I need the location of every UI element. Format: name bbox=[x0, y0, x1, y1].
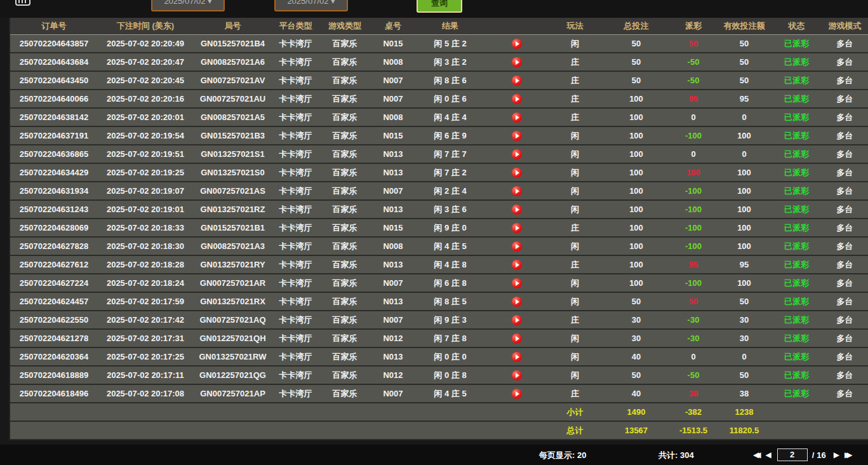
next-page-button[interactable]: ▶ bbox=[831, 447, 842, 462]
cell-total-bet: 30 bbox=[601, 334, 671, 343]
cell-round-id: GN007257021AP bbox=[193, 389, 272, 398]
cell-table-no: N007 bbox=[371, 76, 415, 85]
replay-play-icon[interactable] bbox=[512, 297, 522, 307]
cell-bet-time: 2025-07-02 20:17:08 bbox=[98, 389, 193, 398]
cell-game-type: 百家乐 bbox=[319, 370, 371, 381]
cell-replay bbox=[485, 351, 549, 362]
cell-valid-bet: 100 bbox=[716, 168, 773, 177]
cell-round-id: GN015257021B1 bbox=[193, 223, 272, 232]
table-row: 2507022046436842025-07-02 20:20:47GN0082… bbox=[10, 53, 868, 72]
date-to-button[interactable]: 2025/07/02 ▾ bbox=[274, 0, 348, 11]
cell-platform: 卡卡湾厅 bbox=[272, 388, 319, 400]
cell-bet-side: 庄 bbox=[549, 57, 601, 68]
replay-play-icon[interactable] bbox=[512, 94, 522, 104]
cell-bet-time: 2025-07-02 20:20:49 bbox=[98, 39, 193, 48]
replay-play-icon[interactable] bbox=[512, 223, 522, 233]
cell-replay bbox=[485, 204, 549, 215]
cell-platform: 卡卡湾厅 bbox=[272, 130, 319, 142]
cell-payout: 50 bbox=[671, 39, 716, 48]
cell-replay bbox=[485, 241, 549, 252]
cell-valid-bet: 95 bbox=[716, 94, 773, 104]
cell-valid-bet: 100 bbox=[716, 205, 773, 214]
cell-game-type: 百家乐 bbox=[319, 38, 371, 50]
cell-game-mode: 多台 bbox=[820, 333, 868, 344]
replay-play-icon[interactable] bbox=[512, 39, 522, 49]
replay-play-icon[interactable] bbox=[512, 186, 522, 196]
cell-status: 已派彩 bbox=[773, 314, 820, 326]
prev-page-button[interactable]: ◀ bbox=[763, 447, 773, 462]
first-page-button[interactable]: ◀◀ bbox=[751, 447, 763, 462]
cell-result: 闲 9 庄 3 bbox=[415, 314, 485, 326]
cell-valid-bet: 50 bbox=[716, 297, 773, 306]
cell-game-mode: 多台 bbox=[820, 38, 868, 50]
cell-bet-time: 2025-07-02 20:17:25 bbox=[98, 352, 193, 361]
cell-bet-side: 庄 bbox=[549, 75, 601, 86]
cell-game-type: 百家乐 bbox=[319, 241, 371, 252]
cell-order-no: 250702204631243 bbox=[10, 205, 98, 214]
cell-status: 已派彩 bbox=[773, 57, 820, 68]
cell-result: 闲 3 庄 6 bbox=[415, 204, 485, 215]
search-button[interactable]: 查询 bbox=[417, 0, 462, 13]
cell-game-type: 百家乐 bbox=[319, 93, 371, 105]
cell-game-mode: 多台 bbox=[820, 130, 868, 142]
cell-result: 闲 8 庄 5 bbox=[415, 296, 485, 307]
cell-replay bbox=[485, 130, 549, 141]
replay-play-icon[interactable] bbox=[512, 149, 522, 159]
cell-total-bet: 50 bbox=[601, 57, 671, 67]
cell-bet-time: 2025-07-02 20:18:30 bbox=[98, 241, 193, 251]
cell-replay bbox=[485, 259, 549, 270]
cell-order-no: 250702204643857 bbox=[10, 39, 98, 48]
page-input[interactable]: 2 bbox=[777, 448, 808, 461]
replay-play-icon[interactable] bbox=[512, 112, 522, 123]
cell-platform: 卡卡湾厅 bbox=[272, 204, 319, 215]
replay-play-icon[interactable] bbox=[512, 57, 522, 67]
cell-valid-bet: 50 bbox=[716, 370, 773, 380]
replay-play-icon[interactable] bbox=[512, 370, 522, 381]
cell-bet-side: 庄 bbox=[549, 388, 601, 400]
replay-play-icon[interactable] bbox=[512, 131, 522, 141]
cell-payout: -100 bbox=[671, 241, 716, 251]
cell-replay bbox=[485, 93, 549, 104]
cell-result: 闲 9 庄 0 bbox=[415, 222, 485, 234]
cell-platform: 卡卡湾厅 bbox=[272, 259, 319, 271]
col-bet-side: 玩法 bbox=[549, 20, 601, 32]
replay-play-icon[interactable] bbox=[512, 260, 522, 270]
cell-game-mode: 多台 bbox=[820, 185, 868, 197]
cell-bet-side: 闲 bbox=[549, 296, 601, 307]
table-row: 2507022046272242025-07-02 20:18:24GN0072… bbox=[10, 274, 868, 293]
cell-bet-side: 闲 bbox=[549, 351, 601, 363]
replay-play-icon[interactable] bbox=[512, 278, 522, 288]
cell-game-type: 百家乐 bbox=[319, 204, 371, 215]
replay-play-icon[interactable] bbox=[512, 241, 522, 252]
last-page-button[interactable]: ▶▶ bbox=[842, 447, 854, 462]
replay-play-icon[interactable] bbox=[512, 389, 522, 399]
cell-bet-side: 闲 bbox=[549, 204, 601, 215]
cell-payout: -100 bbox=[671, 205, 716, 214]
date-from-button[interactable]: 2025/07/02 ▾ bbox=[151, 0, 225, 11]
cell-platform: 卡卡湾厅 bbox=[272, 314, 319, 326]
table-row: 2507022046400662025-07-02 20:20:16GN0072… bbox=[10, 90, 868, 109]
cell-game-mode: 多台 bbox=[820, 204, 868, 215]
col-valid-bet: 有效投注额 bbox=[716, 20, 773, 32]
total-pages-label: 16 bbox=[817, 450, 825, 460]
cell-table-no: N015 bbox=[371, 39, 415, 48]
total-row: 总计 13567 -1513.5 11820.5 bbox=[10, 422, 868, 440]
replay-play-icon[interactable] bbox=[512, 76, 522, 86]
replay-play-icon[interactable] bbox=[512, 315, 522, 325]
cell-bet-side: 庄 bbox=[549, 222, 601, 234]
cell-payout: -50 bbox=[671, 76, 716, 85]
cell-payout: -50 bbox=[671, 57, 716, 67]
replay-play-icon[interactable] bbox=[512, 168, 522, 178]
replay-play-icon[interactable] bbox=[512, 352, 522, 362]
col-order-no: 订单号 bbox=[10, 20, 98, 32]
cell-table-no: N007 bbox=[371, 278, 415, 288]
cell-order-no: 250702204637191 bbox=[10, 131, 98, 140]
cell-platform: 卡卡湾厅 bbox=[272, 370, 319, 381]
calendar-icon[interactable] bbox=[15, 0, 30, 6]
cell-total-bet: 40 bbox=[601, 352, 671, 361]
cell-total-bet: 50 bbox=[601, 370, 671, 380]
cell-total-bet: 100 bbox=[601, 131, 671, 140]
subtotal-total-bet: 1490 bbox=[601, 407, 671, 417]
replay-play-icon[interactable] bbox=[512, 334, 522, 344]
replay-play-icon[interactable] bbox=[512, 205, 522, 215]
